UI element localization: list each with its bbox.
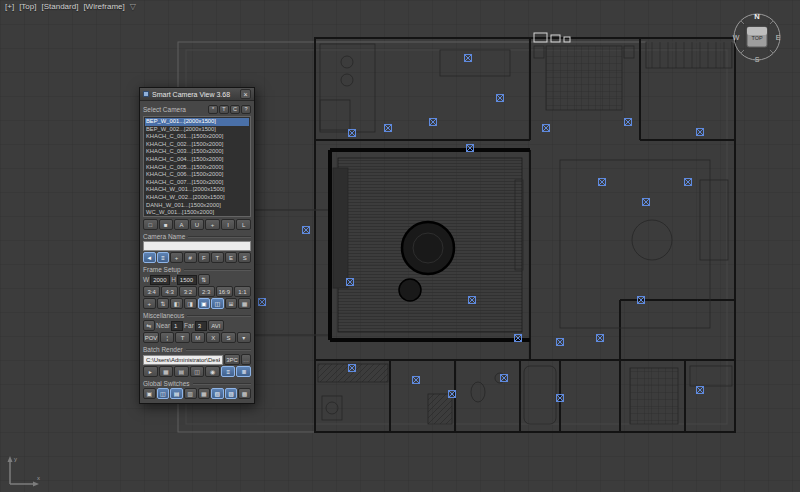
viewport-label: [+] [Top] [Standard] [Wireframe] ▽	[5, 2, 136, 11]
pov-button[interactable]: POV	[143, 332, 159, 343]
ratio-3-4-button[interactable]: 3:4	[143, 286, 160, 297]
compass-south[interactable]: S	[755, 56, 760, 63]
rename-list-button[interactable]: ≡	[157, 252, 170, 263]
camera-list-item[interactable]: KHACH_C_002...[1500x2000]	[145, 141, 249, 149]
frame-flip-button[interactable]: ⇅	[157, 298, 170, 309]
select-all-cameras-button[interactable]: A	[174, 219, 189, 230]
fill-frame-button[interactable]: ▦	[238, 298, 251, 309]
dialog-titlebar[interactable]: Smart Camera View 3.68 ×	[140, 88, 254, 101]
viewport-shading-menu[interactable]: [Wireframe]	[83, 2, 124, 11]
height-input[interactable]	[177, 275, 197, 285]
switch-reflection-button[interactable]: ▥	[184, 388, 197, 399]
camera-list-item[interactable]: BEP_W_001...[2000x1500]	[145, 118, 249, 126]
pc-count-button[interactable]: 3PC	[224, 354, 240, 365]
viewport-filter-icon[interactable]: ▽	[130, 2, 136, 11]
compass-west[interactable]: W	[733, 34, 740, 41]
pov-side-button[interactable]: S	[221, 332, 235, 343]
render-start-button[interactable]: ▸	[143, 366, 158, 377]
pov-top-button[interactable]: T	[175, 332, 189, 343]
ratio-3-2-button[interactable]: 3:2	[179, 286, 196, 297]
camera-list-item[interactable]: KHACH_C_004...[1500x2000]	[145, 156, 249, 164]
global-switches-label: Global Switches	[143, 380, 190, 387]
create-camera-from-view-button[interactable]: ■	[159, 219, 174, 230]
browse-path-button[interactable]: …	[241, 354, 251, 365]
swap-near-far-button[interactable]: ⇆	[143, 320, 155, 331]
edit-name-button[interactable]: E	[225, 252, 238, 263]
camera-list-item[interactable]: KHACH_W_001...[2000x1500]	[145, 186, 249, 194]
size-tag-button[interactable]: S	[238, 252, 251, 263]
render-region-button[interactable]: ▤	[174, 366, 189, 377]
clone-camera-button[interactable]: C	[230, 105, 240, 114]
viewcube-top-label[interactable]: TOP	[751, 35, 763, 41]
switch-maps-button[interactable]: ▧	[211, 388, 224, 399]
update-list-button[interactable]: U	[190, 219, 205, 230]
switch-filter-button[interactable]: ▨	[225, 388, 238, 399]
pov-x-button[interactable]: X	[206, 332, 220, 343]
target-toggle-button[interactable]: T	[219, 105, 229, 114]
ratio-4-3-button[interactable]: 4:3	[161, 286, 178, 297]
swap-wh-button[interactable]: ⇅	[198, 274, 210, 285]
compass-east[interactable]: E	[776, 34, 781, 41]
camera-list-item[interactable]: KHACH_C_003...[1500x2000]	[145, 148, 249, 156]
world-axis-gizmo: x y	[4, 450, 44, 490]
target-tag-button[interactable]: T	[211, 252, 224, 263]
grid-frame-button[interactable]: ⊞	[225, 298, 238, 309]
number-suffix-button[interactable]: #	[184, 252, 197, 263]
viewport-general-menu[interactable]: [+]	[5, 2, 14, 11]
safe-frame-button[interactable]: ▣	[198, 298, 211, 309]
camera-list-item[interactable]: KHACH_C_007...[1500x2000]	[145, 179, 249, 187]
viewport-style-menu[interactable]: [Standard]	[41, 2, 78, 11]
add-suffix-button[interactable]: +	[170, 252, 183, 263]
create-camera-button[interactable]: □	[143, 219, 158, 230]
camera-list[interactable]: BEP_W_001...[2000x1500] BEP_W_002...[200…	[143, 116, 251, 217]
viewcube-compass[interactable]: N E S W TOP	[728, 8, 786, 66]
frame-add-button[interactable]: +	[143, 298, 156, 309]
switch-shadows-button[interactable]: ▤	[170, 388, 183, 399]
camera-list-item[interactable]: BEP_W_002...[2000x1500]	[145, 126, 249, 134]
lock-camera-button[interactable]: L	[236, 219, 251, 230]
viewport-pov-menu[interactable]: [Top]	[19, 2, 36, 11]
frame-left-button[interactable]: ◧	[170, 298, 183, 309]
render-grid-button[interactable]: ▦	[159, 366, 174, 377]
camera-list-item[interactable]: KHACH_W_002...[2000x1500]	[145, 194, 249, 202]
ratio-16-9-button[interactable]: 16:9	[216, 286, 233, 297]
ratio-1-1-button[interactable]: 1:1	[234, 286, 251, 297]
favorite-icon[interactable]: *	[208, 105, 218, 114]
pov-more-button[interactable]: ▾	[237, 332, 251, 343]
floorplan-wireframe	[0, 0, 800, 492]
camera-list-item[interactable]: KHACH_C_006...[1500x2000]	[145, 171, 249, 179]
render-settings-button[interactable]: ◉	[205, 366, 220, 377]
rename-prev-button[interactable]: ◄	[143, 252, 156, 263]
switch-displacement-button[interactable]: ▣	[143, 388, 156, 399]
show-frame-button[interactable]: ◫	[211, 298, 224, 309]
invert-selection-button[interactable]: I	[221, 219, 236, 230]
camera-list-item[interactable]: KHACH_C_005...[1500x2000]	[145, 164, 249, 172]
smart-camera-view-dialog[interactable]: Smart Camera View 3.68 × Select Camera *…	[139, 87, 255, 404]
render-frame-button[interactable]: ◫	[190, 366, 205, 377]
pov-middle-button[interactable]: M	[191, 332, 205, 343]
camera-list-item[interactable]: KHACH_C_001...[1500x2000]	[145, 133, 249, 141]
pov-divider-button[interactable]: ¦	[160, 332, 174, 343]
frame-tag-button[interactable]: F	[198, 252, 211, 263]
avi-button[interactable]: AVI	[208, 320, 224, 331]
frame-right-button[interactable]: ◨	[184, 298, 197, 309]
render-queue-button[interactable]: ≡	[221, 366, 236, 377]
compass-north[interactable]: N	[754, 12, 759, 21]
near-input[interactable]	[171, 321, 183, 331]
camera-name-input[interactable]	[143, 241, 251, 251]
select-camera-label: Select Camera	[143, 106, 186, 113]
switch-refraction-button[interactable]: ▦	[198, 388, 211, 399]
viewport[interactable]: [+] [Top] [Standard] [Wireframe] ▽ N E S…	[0, 0, 800, 492]
render-list-button[interactable]: ≣	[236, 366, 251, 377]
help-icon[interactable]: ?	[241, 105, 251, 114]
camera-list-item[interactable]: DANH_W_001...[1500x2000]	[145, 202, 249, 210]
output-path-input[interactable]	[143, 355, 223, 365]
ratio-2-3-button[interactable]: 2:3	[198, 286, 215, 297]
switch-lights-button[interactable]: ◫	[157, 388, 170, 399]
close-icon[interactable]: ×	[240, 89, 251, 99]
far-input[interactable]	[195, 321, 207, 331]
add-camera-button[interactable]: +	[205, 219, 220, 230]
width-input[interactable]	[150, 275, 170, 285]
camera-list-item[interactable]: WC_W_001...[1500x2000]	[145, 209, 249, 217]
switch-override-button[interactable]: ▩	[238, 388, 251, 399]
